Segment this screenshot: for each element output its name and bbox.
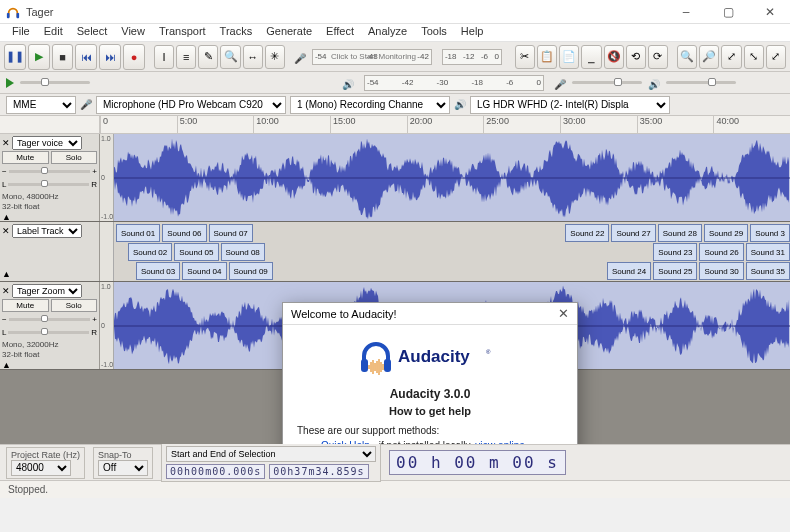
play-button[interactable]: ▶ — [28, 44, 50, 70]
trim-button[interactable]: ⎯ — [581, 45, 601, 69]
label-item[interactable]: Sound 22 — [565, 224, 609, 242]
label-item[interactable]: Sound 09 — [229, 262, 273, 280]
record-meter[interactable]: -54 -48 -42 Click to Start Monitoring — [312, 49, 432, 65]
label-track-content[interactable]: Sound 01 Sound 06 Sound 07 Sound 22 Soun… — [100, 222, 790, 281]
project-rate-select[interactable]: 48000 — [11, 460, 71, 476]
playback-device-select[interactable]: LG HDR WFHD (2- Intel(R) Displa — [470, 96, 670, 114]
multi-tool[interactable]: ✳ — [265, 45, 285, 69]
skip-start-button[interactable]: ⏮ — [75, 44, 97, 70]
label-item[interactable]: Sound 27 — [611, 224, 655, 242]
track-name-select-1[interactable]: Tager voice — [12, 136, 82, 150]
quickhelp-online-link[interactable]: view online — [475, 440, 524, 444]
menu-select[interactable]: Select — [71, 24, 114, 41]
stop-button[interactable]: ■ — [52, 44, 74, 70]
envelope-tool[interactable]: ≡ — [176, 45, 196, 69]
label-item[interactable]: Sound 35 — [746, 262, 790, 280]
selection-end-field[interactable]: 00h37m34.859s — [269, 464, 368, 479]
track-collapse-2[interactable]: ▲ — [2, 269, 97, 279]
track-name-select-3[interactable]: Tager Zoom — [12, 284, 82, 298]
fit-project-button[interactable]: ⤡ — [744, 45, 764, 69]
track-close-icon[interactable]: ✕ — [2, 226, 10, 236]
track-collapse-3[interactable]: ▲ — [2, 360, 97, 370]
selection-mode-select[interactable]: Start and End of Selection — [166, 446, 376, 462]
menu-help[interactable]: Help — [455, 24, 490, 41]
playback-volume-slider[interactable] — [666, 81, 736, 84]
pan-slider-1[interactable] — [8, 183, 89, 186]
label-item[interactable]: Sound 30 — [699, 262, 743, 280]
label-item[interactable]: Sound 04 — [182, 262, 226, 280]
copy-button[interactable]: 📋 — [537, 45, 557, 69]
skip-end-button[interactable]: ⏭ — [99, 44, 121, 70]
record-volume-slider[interactable] — [572, 81, 642, 84]
mute-button-3[interactable]: Mute — [2, 299, 49, 312]
pause-button[interactable]: ❚❚ — [4, 44, 26, 70]
silence-button[interactable]: 🔇 — [604, 45, 624, 69]
label-item[interactable]: Sound 25 — [653, 262, 697, 280]
timeline-ruler[interactable]: 0 5:00 10:00 15:00 20:00 25:00 30:00 35:… — [0, 116, 790, 134]
label-item[interactable]: Sound 23 — [653, 243, 697, 261]
playback-speed-slider[interactable] — [20, 81, 90, 84]
win-minimize[interactable]: – — [672, 5, 700, 19]
track-collapse-1[interactable]: ▲ — [2, 212, 97, 222]
win-close[interactable]: ✕ — [756, 5, 784, 19]
playback-meter[interactable]: -54 -42 -30 -18 -6 0 — [364, 75, 544, 91]
recording-channels-select[interactable]: 1 (Mono) Recording Channe — [290, 96, 450, 114]
menu-edit[interactable]: Edit — [38, 24, 69, 41]
label-item[interactable]: Sound 29 — [704, 224, 748, 242]
audio-position-display[interactable]: 00 h 00 m 00 s — [389, 450, 566, 475]
pan-slider-3[interactable] — [8, 331, 89, 334]
zoom-out-button[interactable]: 🔎 — [699, 45, 719, 69]
record-meter-2[interactable]: -18 -12 -6 0 — [442, 49, 502, 65]
audio-host-select[interactable]: MME — [6, 96, 76, 114]
solo-button-3[interactable]: Solo — [51, 299, 98, 312]
draw-tool[interactable]: ✎ — [198, 45, 218, 69]
label-item[interactable]: Sound 3 — [750, 224, 790, 242]
gain-slider-3[interactable] — [9, 318, 91, 321]
track-close-icon[interactable]: ✕ — [2, 138, 10, 148]
track-panel-3[interactable]: ✕ Tager Zoom Mute Solo −+ LR Mono, 32000… — [0, 282, 100, 369]
timeshift-tool[interactable]: ↔ — [243, 45, 263, 69]
track-name-select-2[interactable]: Label Track — [12, 224, 82, 238]
play-at-speed-icon[interactable] — [6, 78, 14, 88]
menu-tools[interactable]: Tools — [415, 24, 453, 41]
dialog-close-button[interactable]: ✕ — [558, 306, 569, 321]
snap-to-select[interactable]: Off — [98, 460, 148, 476]
menu-view[interactable]: View — [115, 24, 151, 41]
selection-tool[interactable]: I — [154, 45, 174, 69]
recording-device-select[interactable]: Microphone (HD Pro Webcam C920 — [96, 96, 286, 114]
solo-button-1[interactable]: Solo — [51, 151, 98, 164]
menu-transport[interactable]: Transport — [153, 24, 212, 41]
menu-generate[interactable]: Generate — [260, 24, 318, 41]
zoom-tool[interactable]: 🔍 — [220, 45, 240, 69]
label-item[interactable]: Sound 24 — [607, 262, 651, 280]
menu-tracks[interactable]: Tracks — [214, 24, 259, 41]
label-item[interactable]: Sound 07 — [209, 224, 253, 242]
undo-button[interactable]: ⟲ — [626, 45, 646, 69]
dialog-titlebar[interactable]: Welcome to Audacity! ✕ — [283, 303, 577, 325]
mute-button-1[interactable]: Mute — [2, 151, 49, 164]
zoom-in-button[interactable]: 🔍 — [677, 45, 697, 69]
label-item[interactable]: Sound 06 — [162, 224, 206, 242]
label-item[interactable]: Sound 03 — [136, 262, 180, 280]
redo-button[interactable]: ⟳ — [648, 45, 668, 69]
track-waveform-1[interactable]: 1.00-1.0 — [100, 134, 790, 221]
menu-file[interactable]: File — [6, 24, 36, 41]
label-item[interactable]: Sound 01 — [116, 224, 160, 242]
label-item[interactable]: Sound 05 — [174, 243, 218, 261]
menu-effect[interactable]: Effect — [320, 24, 360, 41]
label-item[interactable]: Sound 26 — [699, 243, 743, 261]
gain-slider-1[interactable] — [9, 170, 91, 173]
fit-selection-button[interactable]: ⤢ — [721, 45, 741, 69]
menu-analyze[interactable]: Analyze — [362, 24, 413, 41]
win-maximize[interactable]: ▢ — [714, 5, 742, 19]
cut-button[interactable]: ✂ — [515, 45, 535, 69]
track-close-icon[interactable]: ✕ — [2, 286, 10, 296]
selection-start-field[interactable]: 00h00m00.000s — [166, 464, 265, 479]
label-item[interactable]: Sound 28 — [658, 224, 702, 242]
label-item[interactable]: Sound 31 — [746, 243, 790, 261]
record-button[interactable]: ● — [123, 44, 145, 70]
quickhelp-link[interactable]: Quick Help — [321, 440, 370, 444]
paste-button[interactable]: 📄 — [559, 45, 579, 69]
label-item[interactable]: Sound 08 — [221, 243, 265, 261]
track-panel-1[interactable]: ✕ Tager voice Mute Solo −+ LR Mono, 4800… — [0, 134, 100, 221]
